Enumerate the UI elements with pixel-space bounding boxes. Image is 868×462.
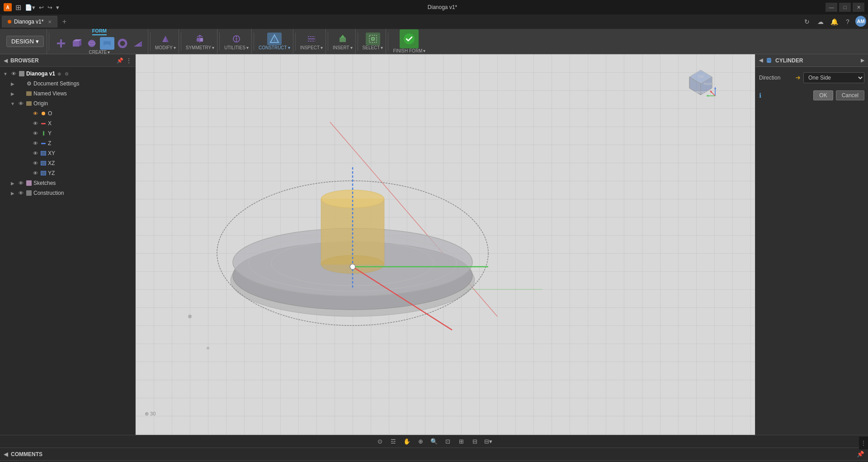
comments-pin-btn[interactable]: 📌 (857, 451, 864, 457)
tree-sketches[interactable]: ▶ 👁 Sketches (0, 178, 135, 188)
tree-origin-yz[interactable]: 👁 YZ (0, 168, 135, 178)
inspect-section-label[interactable]: INSPECT▾ (300, 45, 323, 50)
inspect-btn1[interactable] (304, 33, 319, 45)
sketches-vis-icon[interactable]: 👁 (17, 179, 24, 187)
views-expand-icon[interactable]: ▶ (9, 90, 16, 97)
tab-refresh-btn[interactable]: ↻ (801, 16, 813, 28)
tab-dianoga[interactable]: Dianoga v1* ✕ (2, 16, 57, 28)
finish-form-btn[interactable] (400, 29, 419, 48)
orbit-btn[interactable]: ⊙ (374, 436, 385, 447)
view-cube-btn[interactable]: ⊞ (456, 436, 467, 447)
zoom-btn[interactable]: ⊕ (415, 436, 426, 447)
tree-origin-z[interactable]: 👁 Z (0, 138, 135, 148)
tree-origin-y[interactable]: 👁 Y (0, 128, 135, 138)
select-section-label[interactable]: SELECT▾ (363, 45, 383, 50)
create-cylinder-btn[interactable] (100, 37, 114, 50)
browser-pin-btn[interactable]: 📌 (117, 57, 123, 64)
display-btn[interactable]: ⊟ (469, 436, 480, 447)
info-icon[interactable]: ℹ (759, 92, 761, 99)
browser-more-btn[interactable]: ⋮ (126, 57, 132, 64)
tab-help-btn[interactable]: ? (842, 16, 854, 28)
views-icon (25, 90, 33, 97)
zoom-window-btn[interactable]: 🔍 (429, 436, 439, 447)
o-vis-icon[interactable]: 👁 (32, 110, 39, 117)
utilities-section-label[interactable]: UTILITIES▾ (224, 45, 249, 50)
maximize-btn[interactable]: □ (839, 3, 851, 12)
y-expand-icon (24, 130, 31, 137)
apps-icon[interactable]: ⊞ (15, 3, 21, 12)
construction-vis-icon[interactable]: 👁 (17, 189, 24, 197)
symmetry-btn1[interactable] (193, 33, 207, 45)
tree-construction[interactable]: ▶ 👁 Construction (0, 188, 135, 198)
y-vis-icon[interactable]: 👁 (32, 130, 39, 137)
ok-btn[interactable]: OK (813, 90, 833, 100)
construct-btn1[interactable] (267, 33, 282, 45)
select-btn1[interactable] (366, 33, 380, 45)
cylinder-expand-btn[interactable]: ▶ (861, 57, 864, 63)
insert-section-label[interactable]: INSERT▾ (333, 45, 353, 50)
viewport[interactable]: FRONT RIGHT TOP ⊕ 30 (136, 54, 755, 435)
tab-notification-btn[interactable]: 🔔 (828, 16, 840, 28)
yz-vis-icon[interactable]: 👁 (32, 170, 39, 177)
pan-btn[interactable]: ✋ (401, 436, 412, 447)
modify-btn1[interactable] (158, 33, 173, 45)
design-label: DESIGN (11, 38, 34, 45)
nav-cube[interactable]: FRONT RIGHT TOP (683, 63, 719, 99)
tree-origin[interactable]: ▼ 👁 Origin (0, 99, 135, 108)
create-wedge-btn[interactable] (131, 37, 145, 50)
tree-origin-xy[interactable]: 👁 XY (0, 148, 135, 158)
z-vis-icon[interactable]: 👁 (32, 140, 39, 147)
root-vis-icon[interactable]: 👁 (10, 70, 17, 77)
tree-origin-o[interactable]: 👁 O (0, 108, 135, 118)
construction-expand-icon[interactable]: ▶ (9, 189, 16, 197)
tree-root[interactable]: ▼ 👁 Dianoga v1 ⊕ ⚙ (0, 69, 135, 79)
comments-bar: ◀ COMMENTS 📌 (0, 448, 868, 460)
construct-section-label[interactable]: CONSTRUCT▾ (259, 45, 290, 50)
redo-btn[interactable]: ↪ (47, 4, 52, 11)
root-action-btn[interactable]: ⊕ (56, 71, 62, 77)
file-menu[interactable]: 📄▾ (25, 4, 35, 11)
finish-form-label[interactable]: FINISH FORM▾ (393, 48, 425, 53)
fit-btn[interactable]: ⊡ (442, 436, 453, 447)
cylinder-minimize-icon[interactable]: ◀ (759, 57, 763, 63)
tree-origin-x[interactable]: 👁 X (0, 118, 135, 128)
more-btn[interactable]: ▾ (56, 4, 59, 11)
create-sphere-btn[interactable] (85, 37, 99, 50)
xy-vis-icon[interactable]: 👁 (32, 150, 39, 157)
utilities-btn1[interactable] (229, 33, 244, 45)
status-right-icon[interactable]: ⋮ (859, 437, 868, 449)
create-box-btn[interactable] (69, 37, 84, 50)
comments-toggle-btn[interactable]: ◀ (4, 451, 8, 457)
sketches-expand-icon[interactable]: ▶ (9, 179, 16, 187)
create-cross-btn[interactable] (54, 37, 68, 50)
tab-user-btn[interactable]: AM (855, 16, 866, 27)
minimize-btn[interactable]: — (826, 3, 837, 12)
tree-document-settings[interactable]: ▶ ⚙ Document Settings (0, 79, 135, 89)
browser-toggle-btn[interactable]: ◀ (4, 57, 8, 64)
x-vis-icon[interactable]: 👁 (32, 120, 39, 127)
grid-btn[interactable]: ⊟▾ (483, 436, 494, 447)
cancel-btn[interactable]: Cancel (836, 90, 864, 100)
origin-expand-icon[interactable]: ▼ (9, 100, 16, 107)
insert-btn1[interactable] (335, 33, 350, 45)
tab-add-btn[interactable]: + (58, 16, 70, 28)
look-at-btn[interactable]: ☲ (388, 436, 399, 447)
tab-cloud-btn[interactable]: ☁ (815, 16, 826, 28)
tree-named-views[interactable]: ▶ Named Views (0, 89, 135, 99)
symmetry-section-label[interactable]: SYMMETRY▾ (186, 45, 215, 50)
direction-select[interactable]: One Side Two Sides Symmetric (803, 72, 864, 83)
insert-section: INSERT▾ (330, 29, 356, 54)
create-torus-btn[interactable] (115, 37, 130, 50)
tab-close-icon[interactable]: ✕ (48, 19, 52, 24)
origin-vis-icon[interactable]: 👁 (17, 100, 24, 107)
modify-section-label[interactable]: MODIFY▾ (155, 45, 176, 50)
xz-vis-icon[interactable]: 👁 (32, 160, 39, 167)
close-btn[interactable]: ✕ (853, 3, 864, 12)
undo-btn[interactable]: ↩ (39, 4, 44, 11)
design-btn[interactable]: DESIGN ▾ (6, 36, 44, 47)
root-expand-icon[interactable]: ▼ (2, 70, 9, 77)
root-settings-btn[interactable]: ⚙ (63, 71, 70, 77)
doc-expand-icon[interactable]: ▶ (9, 80, 16, 87)
tree-origin-xz[interactable]: 👁 XZ (0, 158, 135, 168)
svg-point-10 (119, 40, 126, 47)
